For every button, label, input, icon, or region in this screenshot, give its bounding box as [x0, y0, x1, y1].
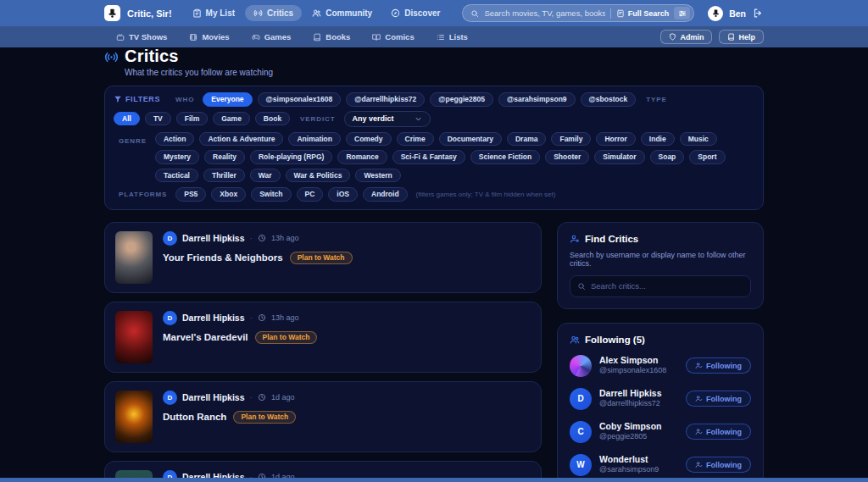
following-toggle-button[interactable]: Following: [686, 357, 751, 374]
followed-critic-handle: @darrellhipkiss72: [599, 399, 662, 409]
critics-search[interactable]: [570, 275, 751, 297]
filter-pill-all[interactable]: All: [114, 112, 140, 126]
critic-avatar[interactable]: D: [163, 391, 177, 405]
critic-name[interactable]: Darrell Hipkiss: [182, 313, 245, 323]
app-logo[interactable]: [104, 5, 120, 21]
followed-critic-name[interactable]: Wonderlust: [599, 454, 659, 465]
filter-pill-war-politics[interactable]: War & Politics: [286, 169, 351, 183]
subnav-right: Admin Help: [660, 30, 764, 44]
filter-pill-music[interactable]: Music: [680, 132, 717, 147]
filter-pill-simpsonalex1608[interactable]: @simpsonalex1608: [258, 92, 342, 107]
filter-pill-documentary[interactable]: Documentary: [439, 132, 502, 147]
filter-pill-sbostock[interactable]: @sbostock: [581, 92, 637, 107]
subnav-item-lists[interactable]: Lists: [437, 32, 468, 42]
filter-pill-horror[interactable]: Horror: [596, 132, 635, 147]
following-toggle-button[interactable]: Following: [686, 424, 751, 440]
followed-critic-avatar[interactable]: C: [570, 421, 592, 443]
subnav-item-games[interactable]: Games: [252, 32, 292, 42]
filter-pill-tactical[interactable]: Tactical: [155, 169, 198, 183]
filter-pill-film[interactable]: Film: [176, 112, 208, 126]
media-title[interactable]: Your Friends & Neighbors: [163, 252, 283, 263]
filter-pill-role-playing-rpg[interactable]: Role-playing (RPG): [250, 150, 332, 164]
global-search-input[interactable]: [484, 8, 604, 18]
poster-thumbnail[interactable]: [115, 391, 153, 443]
filter-pill-science-fiction[interactable]: Science Fiction: [470, 150, 540, 164]
filter-pill-android[interactable]: Android: [363, 187, 408, 202]
followed-critic-name[interactable]: Darrell Hipkiss: [599, 388, 662, 399]
filter-pill-indie[interactable]: Indie: [641, 132, 675, 147]
poster-thumbnail[interactable]: [115, 311, 153, 363]
status-badge: Plan to Watch: [255, 331, 318, 345]
subnav-item-books[interactable]: Books: [313, 32, 350, 42]
following-toggle-button[interactable]: Following: [686, 457, 751, 473]
filter-pill-ps5[interactable]: PS5: [175, 187, 206, 202]
filter-pill-comedy[interactable]: Comedy: [346, 132, 392, 147]
filter-pill-animation[interactable]: Animation: [288, 132, 341, 147]
followed-critic-handle: @sarahsimpson9: [599, 465, 659, 475]
followed-critic-avatar[interactable]: [570, 355, 592, 377]
filter-pill-sci-fi-fantasy[interactable]: Sci-Fi & Fantasy: [392, 150, 465, 164]
filter-pill-game[interactable]: Game: [213, 112, 250, 126]
media-title[interactable]: Dutton Ranch: [163, 412, 226, 422]
nav-item-community[interactable]: Community: [303, 5, 381, 21]
critics-search-input[interactable]: [591, 281, 743, 291]
filter-pill-sarahsimpson9[interactable]: @sarahsimpson9: [498, 92, 576, 107]
critic-name[interactable]: Darrell Hipkiss: [182, 233, 245, 243]
filter-pill-soap[interactable]: Soap: [650, 150, 685, 164]
help-book-icon: [727, 33, 735, 41]
filter-pill-shooter[interactable]: Shooter: [545, 150, 589, 164]
subnav-item-tv-shows[interactable]: TV Shows: [116, 32, 167, 42]
filter-pill-book[interactable]: Book: [255, 112, 290, 126]
critic-avatar[interactable]: D: [163, 311, 177, 325]
filter-pill-family[interactable]: Family: [551, 132, 591, 147]
filter-pill-ios[interactable]: iOS: [328, 187, 358, 202]
filter-pill-drama[interactable]: Drama: [507, 132, 546, 147]
verdict-select[interactable]: Any verdict: [344, 111, 431, 127]
nav-item-critics[interactable]: Critics: [245, 5, 302, 21]
critic-avatar[interactable]: D: [163, 231, 177, 246]
filter-pill-crime[interactable]: Crime: [397, 132, 434, 147]
comics-icon: [372, 33, 381, 42]
filter-pill-sport[interactable]: Sport: [689, 150, 725, 164]
following-toggle-button[interactable]: Following: [686, 391, 751, 407]
help-button[interactable]: Help: [719, 30, 764, 44]
filter-pill-everyone[interactable]: Everyone: [203, 92, 252, 107]
user-avatar[interactable]: [708, 6, 723, 21]
subnav-item-comics[interactable]: Comics: [372, 32, 414, 42]
admin-button[interactable]: Admin: [660, 30, 712, 44]
filter-pill-switch[interactable]: Switch: [251, 187, 291, 202]
filter-pill-xbox[interactable]: Xbox: [211, 187, 246, 202]
filter-pill-pc[interactable]: PC: [297, 187, 324, 202]
subnav-item-movies[interactable]: Movies: [189, 32, 229, 42]
filter-pill-simulator[interactable]: Simulator: [594, 150, 644, 164]
full-search-button[interactable]: Full Search: [616, 9, 670, 18]
admin-label: Admin: [680, 33, 704, 42]
nav-item-my-list[interactable]: My List: [184, 5, 243, 21]
followed-critic-name[interactable]: Coby Simpson: [599, 421, 662, 432]
search-filters-button[interactable]: [674, 7, 690, 19]
verdict-filter-label: VERDICT: [300, 115, 335, 123]
filter-pill-reality[interactable]: Reality: [204, 150, 245, 164]
user-name[interactable]: Ben: [729, 8, 746, 19]
poster-thumbnail[interactable]: [115, 231, 153, 284]
filter-pill-darrellhipkiss72[interactable]: @darrellhipkiss72: [346, 92, 425, 107]
filter-pill-romance[interactable]: Romance: [337, 150, 387, 164]
nav-item-discover[interactable]: Discover: [382, 5, 448, 21]
filter-pill-mystery[interactable]: Mystery: [155, 150, 199, 164]
filter-pill-action-adventure[interactable]: Action & Adventure: [199, 132, 283, 147]
filter-pill-thriller[interactable]: Thriller: [203, 169, 245, 183]
filter-pill-action[interactable]: Action: [155, 132, 194, 147]
filter-pill-war[interactable]: War: [250, 169, 281, 183]
filter-pill-tv[interactable]: TV: [145, 112, 171, 126]
critic-name[interactable]: Darrell Hipkiss: [182, 392, 245, 402]
followed-critic-avatar[interactable]: D: [570, 388, 592, 410]
nav-item-label: Critics: [267, 8, 293, 18]
person-plus-icon: [570, 234, 580, 244]
filter-pill-peggie2805[interactable]: @peggie2805: [430, 92, 493, 107]
followed-critic-name[interactable]: Alex Simpson: [599, 355, 666, 366]
media-title[interactable]: Marvel's Daredevil: [163, 332, 248, 342]
global-search[interactable]: Full Search: [462, 4, 694, 22]
filter-pill-western[interactable]: Western: [355, 169, 400, 183]
followed-critic-avatar[interactable]: W: [570, 454, 592, 476]
logout-button[interactable]: [752, 8, 764, 19]
